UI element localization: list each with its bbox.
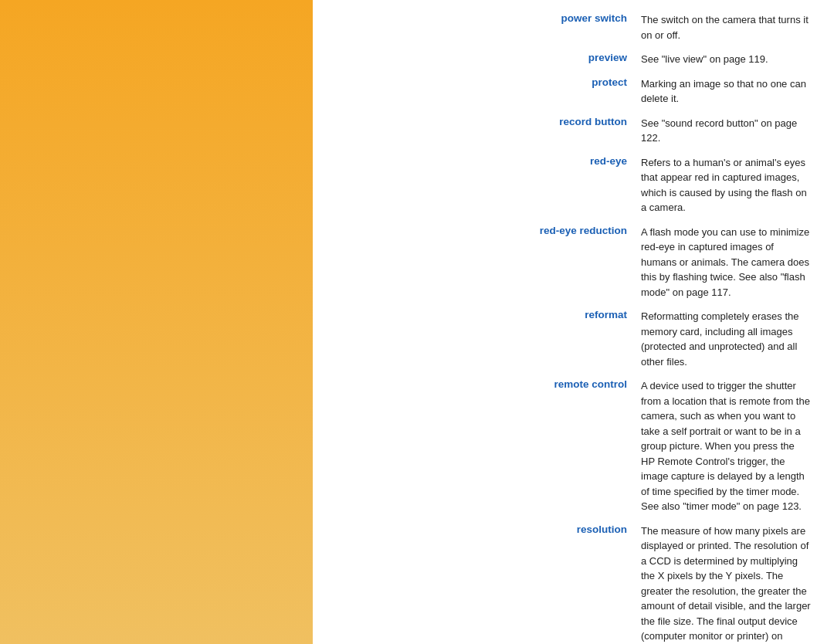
glossary-row: remote controlA device used to trigger t… xyxy=(328,377,811,514)
term-text: remote control xyxy=(554,378,627,390)
glossary-row: reformatReformatting completely erases t… xyxy=(328,307,811,369)
glossary-row: power switchThe switch on the camera tha… xyxy=(328,11,811,42)
term-cell: preview xyxy=(328,50,641,67)
term-text: protect xyxy=(592,76,627,88)
term-cell: red-eye xyxy=(328,154,641,215)
term-cell: remote control xyxy=(328,377,641,514)
term-text: red-eye reduction xyxy=(540,225,627,236)
term-text: power switch xyxy=(561,12,627,24)
term-cell: reformat xyxy=(328,307,641,369)
term-text: record button xyxy=(559,116,627,127)
glossary-row: red-eye reductionA flash mode you can us… xyxy=(328,223,811,300)
term-cell: power switch xyxy=(328,11,641,42)
term-text: preview xyxy=(588,52,627,63)
glossary-row: resolutionThe measure of how many pixels… xyxy=(328,522,811,645)
glossary-row: protectMarking an image so that no one c… xyxy=(328,75,811,107)
definition-text: The measure of how many pixels are displ… xyxy=(641,522,811,645)
right-content: power switchThe switch on the camera tha… xyxy=(313,0,834,644)
page-content: power switchThe switch on the camera tha… xyxy=(0,0,834,644)
definition-text: See "sound record button" on page 122. xyxy=(641,114,811,146)
definition-text: Refers to a human's or animal's eyes tha… xyxy=(641,154,811,215)
term-cell: resolution xyxy=(328,522,641,645)
term-cell: protect xyxy=(328,75,641,107)
term-text: red-eye xyxy=(590,155,627,167)
definition-text: A device used to trigger the shutter fro… xyxy=(641,377,811,514)
glossary-row: record buttonSee "sound record button" o… xyxy=(328,114,811,146)
definition-text: A flash mode you can use to minimize red… xyxy=(641,223,811,300)
definition-text: Marking an image so that no one can dele… xyxy=(641,75,811,107)
definition-text: See "live view" on page 119. xyxy=(641,50,811,67)
definition-text: The switch on the camera that turns it o… xyxy=(641,11,811,42)
term-cell: red-eye reduction xyxy=(328,223,641,300)
glossary-row: red-eyeRefers to a human's or animal's e… xyxy=(328,154,811,215)
definition-text: Reformatting completely erases the memor… xyxy=(641,307,811,369)
term-text: reformat xyxy=(585,309,627,320)
glossary-row: previewSee "live view" on page 119. xyxy=(328,50,811,67)
term-text: resolution xyxy=(577,524,627,535)
left-sidebar xyxy=(0,0,313,644)
term-cell: record button xyxy=(328,114,641,146)
